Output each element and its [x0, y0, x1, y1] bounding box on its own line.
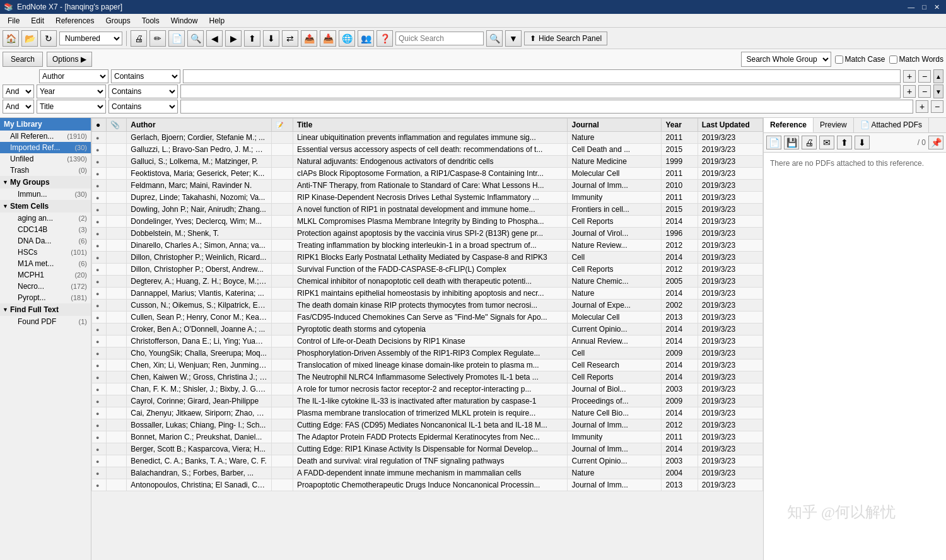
options-button[interactable]: Options ▶ — [47, 52, 92, 67]
col-header-journal[interactable]: Journal — [568, 119, 662, 132]
search-cond-2[interactable]: Contains — [108, 85, 178, 98]
search-field-2[interactable]: Year — [37, 85, 106, 98]
minimize-button[interactable]: — — [905, 3, 917, 11]
toolbar-btn-new[interactable]: 📄 — [168, 30, 185, 47]
sidebar-item-trash[interactable]: Trash (0) — [0, 165, 91, 176]
search-remove-row-1[interactable]: − — [918, 70, 931, 83]
table-row[interactable]: ● Degterev, A.; Huang, Z. H.; Boyce, M.;… — [92, 276, 763, 288]
toolbar-btn-print[interactable]: 🖨 — [131, 30, 147, 47]
sidebar-item-immun[interactable]: Immun... (30) — [0, 189, 91, 200]
col-header-year[interactable]: Year — [662, 119, 698, 132]
toolbar-search-btn[interactable]: 🔍 — [486, 30, 503, 47]
toolbar-btn-refresh[interactable]: ↻ — [40, 30, 57, 47]
search-scroll-down[interactable]: ▼ — [933, 85, 943, 98]
toolbar-btn-edit[interactable]: ✏ — [149, 30, 166, 47]
search-button[interactable]: Search — [3, 52, 43, 67]
table-row[interactable]: ● Dondelinger, Yves; Declercq, Wim; M...… — [92, 216, 763, 228]
table-row[interactable]: ● Dillon, Christopher P.; Weinlich, Rica… — [92, 252, 763, 264]
tab-reference[interactable]: Reference — [764, 118, 814, 132]
my-groups-header[interactable]: ▼ My Groups — [0, 176, 91, 189]
table-row[interactable]: ● Bonnet, Marion C.; Preukshat, Daniel..… — [92, 431, 763, 443]
close-button[interactable]: ✕ — [931, 3, 942, 11]
right-panel-btn-new[interactable]: 📄 — [766, 136, 781, 149]
col-header-updated[interactable]: Last Updated — [698, 119, 762, 132]
table-row[interactable]: ● Chan, F. K. M.; Shisler, J.; Bixby, J.… — [92, 383, 763, 395]
col-header-title[interactable]: Title — [293, 119, 568, 132]
toolbar-btn-fwd[interactable]: ▶ — [225, 30, 242, 47]
toolbar-btn-group[interactable]: 👥 — [358, 30, 374, 47]
search-text-3[interactable] — [180, 100, 913, 114]
match-case-checkbox[interactable] — [835, 55, 843, 64]
search-group-select[interactable]: Search Whole Group — [741, 52, 831, 67]
search-logic-3[interactable]: And Or Not — [3, 100, 34, 114]
table-row[interactable]: ● Galluci, S.; Lolkema, M.; Matzinger, P… — [92, 156, 763, 168]
toolbar-btn-arrows[interactable]: ⇄ — [282, 30, 298, 47]
menu-tools[interactable]: Tools — [137, 15, 165, 26]
toolbar-btn-back[interactable]: ◀ — [206, 30, 223, 47]
table-row[interactable]: ● Cullen, Sean P.; Henry, Conor M.; Kear… — [92, 312, 763, 324]
table-row[interactable]: ● Dannappel, Marius; Vlantis, Katerina; … — [92, 288, 763, 300]
table-row[interactable]: ● Berger, Scott B.; Kasparcova, Viera; H… — [92, 443, 763, 455]
quick-search-input[interactable] — [395, 32, 484, 45]
table-row[interactable]: ● Balachandran, S.; Forbes, Barber, ... … — [92, 467, 763, 479]
right-panel-btn-save[interactable]: 💾 — [784, 136, 799, 149]
menu-file[interactable]: File — [3, 15, 25, 26]
menu-references[interactable]: References — [50, 15, 99, 26]
table-row[interactable]: ● Dowling, John P.; Nair, Anirudh; Zhang… — [92, 204, 763, 216]
table-row[interactable]: ● Benedict, C. A.; Banks, T. A.; Ware, C… — [92, 455, 763, 467]
table-row[interactable]: ● Galluzzi, L.; Bravo-San Pedro, J. M.; … — [92, 144, 763, 156]
toolbar-btn-export[interactable]: 📤 — [301, 30, 317, 47]
hide-search-panel-button[interactable]: ⬆ Hide Search Panel — [524, 32, 607, 45]
sidebar-item-all-refs[interactable]: All Referen... (1910) — [0, 131, 91, 142]
table-row[interactable]: ● Cai, Zhenyu; Jitkaew, Siriporn; Zhao, … — [92, 407, 763, 419]
col-header-status[interactable]: ● — [92, 119, 107, 132]
col-header-attach[interactable]: 📎 — [107, 119, 127, 132]
col-header-author[interactable]: Author — [127, 119, 271, 132]
search-field-3[interactable]: Title — [37, 100, 106, 114]
search-cond-3[interactable]: Contains — [108, 100, 178, 114]
toolbar-dropdown-btn[interactable]: ▼ — [505, 30, 522, 47]
toolbar-btn-globe[interactable]: 🌐 — [339, 30, 355, 47]
table-row[interactable]: ● Antonopoulos, Christina; El Sanadi, Ca… — [92, 479, 763, 491]
tab-attached-pdfs[interactable]: 📄 Attached PDFs — [854, 118, 929, 132]
search-text-2[interactable] — [180, 85, 901, 98]
search-remove-row-3[interactable]: − — [931, 100, 943, 113]
match-words-checkbox[interactable] — [889, 55, 897, 64]
sidebar-item-aging[interactable]: aging an... (2) — [0, 213, 91, 224]
right-panel-btn-up[interactable]: ⬆ — [837, 136, 852, 149]
table-row[interactable]: ● Cayrol, Corinne; Girard, Jean-Philippe… — [92, 395, 763, 407]
sidebar-item-dna[interactable]: DNA Da... (6) — [0, 235, 91, 247]
sidebar-item-found-pdf[interactable]: Found PDF (1) — [0, 316, 91, 327]
table-row[interactable]: ● Dinarello, Charles A.; Simon, Anna; va… — [92, 240, 763, 252]
toolbar-btn-import[interactable]: 📥 — [320, 30, 336, 47]
search-text-1[interactable] — [183, 69, 901, 83]
table-row[interactable]: ● Croker, Ben A.; O'Donnell, Joanne A.; … — [92, 324, 763, 335]
style-select[interactable]: Numbered — [59, 32, 122, 45]
menu-groups[interactable]: Groups — [100, 15, 135, 26]
table-row[interactable]: ● Chen, Xin; Li, Wenjuan; Ren, Junming; … — [92, 359, 763, 371]
stem-cells-header[interactable]: ▼ Stem Cells — [0, 200, 91, 213]
toolbar-btn-open[interactable]: 📂 — [21, 30, 38, 47]
search-cond-1[interactable]: Contains — [111, 69, 180, 83]
title-bar-controls[interactable]: — □ ✕ — [905, 3, 942, 11]
table-row[interactable]: ● Chen, Kaiwen W.; Gross, Christina J.; … — [92, 371, 763, 383]
table-row[interactable]: ● Bossaller, Lukas; Chiang, Ping- I.; Sc… — [92, 419, 763, 431]
right-panel-btn-pushpin[interactable]: 📌 — [928, 136, 943, 149]
search-add-row-2[interactable]: + — [903, 85, 916, 98]
right-panel-btn-print[interactable]: 🖨 — [802, 136, 817, 149]
sidebar-item-m1a[interactable]: M1A met... (6) — [0, 258, 91, 269]
right-panel-btn-email[interactable]: ✉ — [819, 136, 834, 149]
maximize-button[interactable]: □ — [920, 3, 929, 11]
sidebar-item-mcph1[interactable]: MCPH1 (20) — [0, 269, 91, 281]
menu-help[interactable]: Help — [204, 15, 230, 26]
toolbar-btn-search[interactable]: 🔍 — [187, 30, 204, 47]
reference-table-container[interactable]: ● 📎 Author 📝 Title Journal Year Last Upd… — [91, 118, 763, 560]
sidebar-item-pyropt[interactable]: Pyropt... (181) — [0, 292, 91, 303]
find-full-text-header[interactable]: ▼ Find Full Text — [0, 303, 91, 316]
toolbar-btn-help[interactable]: ❓ — [377, 30, 393, 47]
col-header-resnotes[interactable]: 📝 — [271, 119, 293, 132]
table-row[interactable]: ● Dobbelstein, M.; Shenk, T. Protection … — [92, 228, 763, 240]
sidebar-item-unfiled[interactable]: Unfiled (1390) — [0, 153, 91, 165]
sidebar-item-necro[interactable]: Necro... (172) — [0, 281, 91, 292]
toolbar-btn-up[interactable]: ⬆ — [244, 30, 260, 47]
